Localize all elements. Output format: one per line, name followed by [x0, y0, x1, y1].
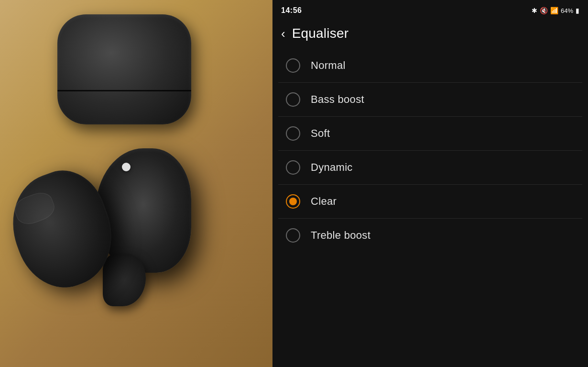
radio-clear[interactable]	[286, 194, 300, 209]
status-time: 14:56	[281, 6, 302, 15]
radio-bass-boost[interactable]	[286, 92, 300, 107]
radio-inner-clear	[289, 198, 297, 205]
equaliser-options-list: NormalBass boostSoftDynamicClearTreble b…	[272, 49, 588, 367]
status-icons: ✱ 🔇 📶 64% ▮	[532, 7, 579, 14]
radio-treble-boost[interactable]	[286, 228, 300, 243]
bluetooth-icon: ✱	[532, 7, 537, 14]
option-label-clear: Clear	[311, 195, 337, 208]
option-label-normal: Normal	[311, 59, 346, 72]
option-label-bass-boost: Bass boost	[311, 93, 364, 106]
radio-soft[interactable]	[286, 126, 300, 141]
option-label-treble-boost: Treble boost	[311, 229, 370, 242]
photo-panel	[0, 0, 272, 367]
earbud-right	[96, 148, 191, 273]
mute-icon: 🔇	[540, 7, 548, 14]
earbud-right-button	[122, 163, 131, 171]
option-item-treble-boost[interactable]: Treble boost	[278, 219, 582, 252]
battery-icon: ▮	[576, 7, 579, 14]
earbuds-case	[57, 14, 191, 124]
signal-icon: 📶	[550, 7, 558, 14]
status-bar: 14:56 ✱ 🔇 📶 64% ▮	[272, 0, 588, 20]
radio-normal[interactable]	[286, 58, 300, 73]
option-item-soft[interactable]: Soft	[278, 117, 582, 151]
option-item-normal[interactable]: Normal	[278, 49, 582, 83]
back-button[interactable]: ‹	[281, 27, 285, 40]
page-header: ‹ Equaliser	[272, 20, 588, 49]
page-title: Equaliser	[292, 26, 349, 41]
option-item-bass-boost[interactable]: Bass boost	[278, 83, 582, 117]
case-lid-line	[57, 90, 191, 91]
option-label-soft: Soft	[311, 127, 330, 140]
earbud-tip	[103, 254, 146, 306]
option-item-dynamic[interactable]: Dynamic	[278, 151, 582, 185]
option-label-dynamic: Dynamic	[311, 161, 353, 174]
settings-panel: 14:56 ✱ 🔇 📶 64% ▮ ‹ Equaliser NormalBass…	[272, 0, 588, 367]
battery-level: 64%	[561, 7, 573, 14]
option-item-clear[interactable]: Clear	[278, 185, 582, 219]
radio-dynamic[interactable]	[286, 160, 300, 175]
